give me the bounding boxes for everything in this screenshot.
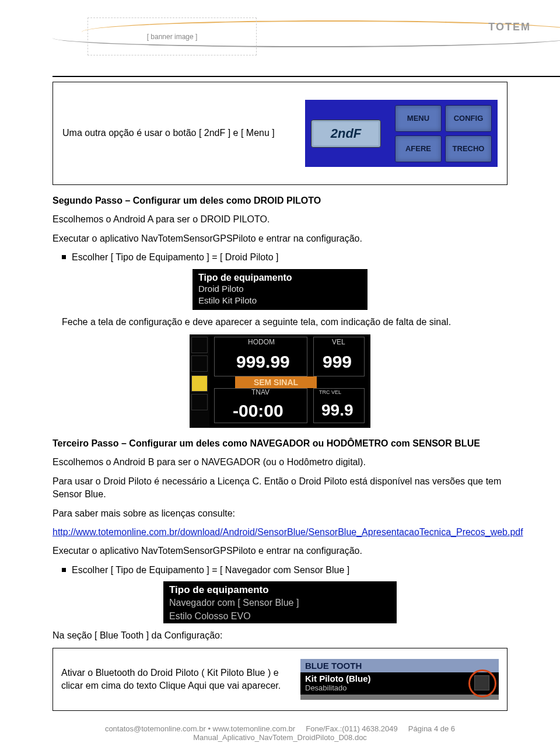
tipo1-option1: Droid Piloto	[198, 283, 362, 295]
tipo1-option2: Estilo Kit Piloto	[198, 295, 362, 306]
footer-filename: Manual_Aplicativo_NavTotem_DroidPiloto_D…	[193, 733, 367, 742]
tipo2-option2: Estilo Colosso EVO	[169, 609, 391, 623]
footer-contacts: contatos@totemonline.com.br • www.totemo…	[105, 724, 295, 733]
screenshot-bluetooth-section: BLUE TOOTH Kit Piloto (Blue) Desabilitad…	[300, 659, 499, 700]
option-box-1: Uma outra opção é usar o botão [ 2ndF ] …	[52, 82, 508, 185]
footer-page-number: Página 4 de 6	[408, 724, 455, 733]
step3-bullet1-text: Escolher [ Tipo de Equipamento ] = [ Nav…	[72, 564, 349, 577]
bluetooth-instruction-box: Ativar o Bluetooth do Droid Piloto ( Kit…	[52, 648, 508, 711]
page-header: [ banner image ] TOTEM	[52, 0, 508, 70]
option-box-1-text: Uma outra opção é usar o botão [ 2ndF ] …	[62, 127, 305, 139]
step2-bullet1-text: Escolher [ Tipo de Equipamento ] = [ Dro…	[72, 251, 278, 264]
vel-label: VEL	[332, 338, 345, 346]
screenshot-tipo-equipamento-2: Tipo de equipamento Navegador com [ Sens…	[163, 581, 397, 623]
step3-line2: Para usar o Droid Piloto é necessário a …	[52, 475, 508, 501]
step3-line1: Escolhemos o Android B para ser o NAVEGA…	[52, 456, 508, 469]
trcvel-value: 99.9	[321, 401, 354, 420]
step3-heading: Terceiro Passo – Configurar um deles com…	[52, 437, 508, 450]
bullet-square-icon	[62, 568, 66, 572]
step3-line5: Na seção [ Blue Tooth ] da Configuração:	[52, 629, 508, 642]
screenshot-2ndf-menu: 2ndF MENU CONFIG AFERE TRECHO	[305, 100, 498, 167]
menu-button-afere[interactable]: AFERE	[395, 135, 442, 162]
step2-heading: Segundo Passo – Configurar um deles como…	[52, 194, 508, 207]
bluetooth-instruction-text: Ativar o Bluetooth do Droid Piloto ( Kit…	[61, 667, 289, 693]
hodom-label: HODOM	[248, 338, 275, 346]
button-2ndf[interactable]: 2ndF	[311, 120, 381, 148]
menu-button-trecho[interactable]: TRECHO	[445, 135, 492, 162]
menu-button-config[interactable]: CONFIG	[445, 105, 492, 132]
header-banner-image: [ banner image ]	[88, 18, 257, 55]
bullet-square-icon	[62, 255, 66, 259]
screenshot-no-signal-display: HODOM 999.99 VEL 999 SEM SINAL TNAV -00:…	[190, 334, 370, 428]
tnav-label: TNAV	[251, 388, 270, 396]
hodom-value: 999.99	[236, 352, 290, 372]
step3-line3: Para saber mais sobre as licenças consul…	[52, 507, 508, 520]
tipo2-title: Tipo de equipamento	[169, 584, 391, 596]
trcvel-label: TRC VEL	[319, 389, 341, 395]
step2-line1: Escolhemos o Android A para ser o DROID …	[52, 213, 508, 226]
tipo2-option1: Navegador com [ Sensor Blue ]	[169, 596, 391, 609]
step2-line2: Executar o aplicativo NavTotemSensorGPSP…	[52, 232, 508, 245]
license-pdf-link[interactable]: http://www.totemonline.com.br/download/A…	[52, 527, 523, 537]
step3-bullet1: Escolher [ Tipo de Equipamento ] = [ Nav…	[62, 564, 508, 577]
step3-line4: Executar o aplicativo NavTotemSensorGPSP…	[52, 545, 508, 557]
tipo1-title: Tipo de equipamento	[198, 273, 362, 283]
vel-value: 999	[323, 352, 352, 372]
bluetooth-section-header: BLUE TOOTH	[300, 659, 499, 672]
bluetooth-device-name: Kit Piloto (Blue)	[305, 674, 494, 683]
sem-sinal-banner: SEM SINAL	[235, 376, 317, 388]
menu-button-menu[interactable]: MENU	[395, 105, 442, 132]
tnav-value: -00:00	[233, 401, 284, 421]
bluetooth-device-status: Desabilitado	[305, 683, 494, 692]
step2-bullet1: Escolher [ Tipo de Equipamento ] = [ Dro…	[62, 251, 508, 264]
step2-line3: Feche a tela de configuração e deve apar…	[62, 316, 508, 329]
header-divider	[52, 76, 560, 77]
screenshot-tipo-equipamento-1: Tipo de equipamento Droid Piloto Estilo …	[192, 269, 368, 310]
brand-text: TOTEM	[488, 21, 531, 33]
footer-phone: Fone/Fax.:(011) 4638.2049	[306, 724, 398, 733]
page-footer: contatos@totemonline.com.br • www.totemo…	[0, 724, 560, 742]
